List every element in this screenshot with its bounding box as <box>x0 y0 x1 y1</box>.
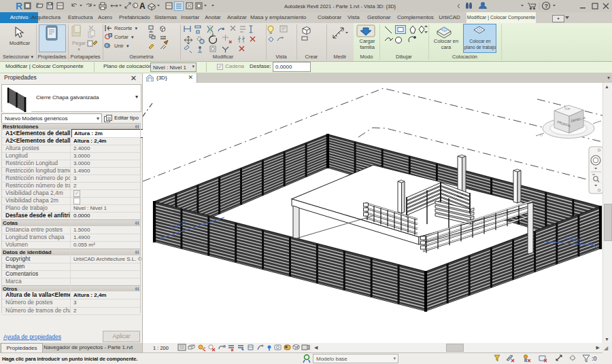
svg-text:A: A <box>139 1 146 11</box>
svg-text:?: ? <box>545 3 549 10</box>
svg-text:R: R <box>16 1 22 12</box>
svg-text::0: :0 <box>592 355 597 362</box>
